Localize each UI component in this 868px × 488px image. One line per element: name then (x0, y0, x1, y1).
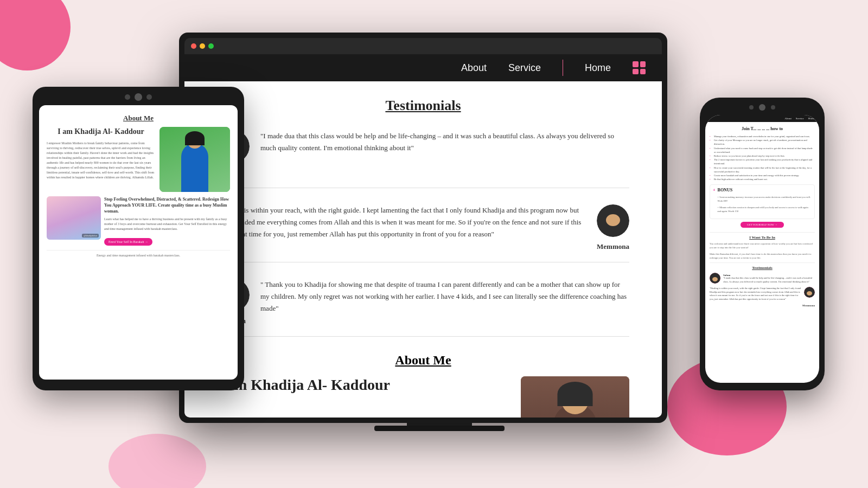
grid-cell-4 (640, 69, 646, 75)
phone-divider-2 (710, 262, 815, 263)
phone-join-title: Join T... ... ... ... how to (710, 126, 815, 131)
salma-quote: "I made dua that this class would be hel… (260, 130, 629, 154)
phone-divider-1 (710, 232, 815, 233)
tablet-enroll-button[interactable]: Enrol Your Self In Barakah → (104, 238, 152, 246)
tablet-camera (135, 93, 142, 101)
tablet-banner: @khadijabdour Stop Feeling Overwhelmed, … (47, 196, 230, 246)
phone-content: About Service Home Join T... ... ... ...… (705, 115, 819, 383)
testimonial-item-salma: Salma "I made dua that this class would … (217, 130, 629, 188)
phone-benefits-list: Manage your tiredness, exhaustion and ov… (710, 134, 815, 181)
nav-service[interactable]: Service (508, 62, 541, 74)
tablet-banner-text-block: Stop Feeling Overwhelmed, Distracted, & … (104, 196, 230, 246)
tablet-banner-text: Learn what has helped me to have a thriv… (104, 217, 230, 232)
tablet-two-col: I am Khadija Al- Kaddour I empower Musli… (47, 127, 230, 192)
tablet-device: About Me I am Khadija Al- Kaddour I empo… (33, 87, 244, 390)
about-me-image (521, 376, 629, 418)
memmona-name: Memmona (597, 242, 629, 251)
phone-list-item-5: The 2 most important factors to: priorit… (710, 158, 815, 165)
tablet-dot-2 (146, 94, 152, 100)
phone-camera (759, 104, 765, 111)
phone-dot-1 (749, 105, 754, 110)
desktop-minimize-dot (200, 43, 205, 49)
phone-bonus-title: BONUS (718, 188, 812, 192)
phone-dot-2 (771, 105, 775, 110)
nav-divider (563, 60, 563, 76)
tablet-dot-1 (125, 94, 130, 100)
phone-bonus-item-1: + Session making memory: increase your a… (718, 196, 812, 203)
phone-avatar-salma (710, 273, 720, 284)
phone-list-item-1: Manage your tiredness, exhaustion and ov… (710, 134, 815, 138)
tablet-about-title: About Me (47, 114, 230, 123)
memmona-quote-text: "Healing is within your reach, with the … (217, 204, 586, 240)
phone-cta-button[interactable]: GET YOURSELF NOW → (741, 222, 784, 228)
tablet-footer: Energy and time management infused with … (47, 250, 230, 257)
grid-cell-2 (640, 61, 646, 67)
phone-nav-service[interactable]: Service (796, 117, 804, 120)
testimonial-item-memmona: Memmona "Healing is within your reach, w… (217, 204, 629, 262)
phone-memmona-text: "Healing is within your reach, with the … (710, 287, 801, 301)
phone-ramadan-text: Make this Ramadan different, if you don'… (710, 253, 815, 260)
about-me-section: About Me I am Khadija Al- Kaddour (217, 353, 629, 418)
about-me-text: I am Khadija Al- Kaddour (217, 376, 510, 394)
desktop-screen: About Service Home Testimonials (184, 54, 662, 418)
desktop-top-bar (184, 38, 662, 54)
tablet-person-image (159, 127, 230, 192)
tablet-heading: I am Khadija Al- Kaddour (47, 127, 155, 137)
memmona-quote: "Healing is within your reach, with the … (217, 204, 586, 240)
phone-list-item-7: Create more barakah and satisfaction in … (710, 174, 815, 177)
phone-device: About Service Home Join T... ... ... ...… (700, 98, 825, 390)
phone-nav-home[interactable]: Home (808, 117, 815, 120)
nav-about[interactable]: About (461, 62, 487, 74)
memmona-avatar-block: Memmona (597, 204, 629, 251)
desktop-stand-base (374, 426, 505, 431)
salma-quote-text: "I made dua that this class would be hel… (260, 130, 629, 154)
phone-salma-text: "I made dua that this class would be hel… (723, 277, 815, 284)
phone-want-title: I Want To Be In (710, 235, 815, 240)
nav-home[interactable]: Home (585, 62, 611, 74)
desktop-maximize-dot (208, 43, 214, 49)
tablet-content: About Me I am Khadija Al- Kaddour I empo… (39, 105, 238, 380)
desktop-device: About Service Home Testimonials (179, 33, 667, 423)
nav-grid-icon[interactable] (633, 61, 646, 74)
testimonials-title: Testimonials (217, 98, 629, 114)
phone-testimonial-salma: Salma "I made dua that this class would … (710, 273, 815, 284)
phone-testimonial-memmona: "Healing is within your reach, with the … (710, 287, 815, 301)
farzana-quote-text: " Thank you to Khadija for showing me th… (260, 279, 629, 314)
farzana-quote: " Thank you to Khadija for showing me th… (260, 279, 629, 314)
tablet-camera-row (39, 93, 238, 101)
about-me-heading: I am Khadija Al- Kaddour (217, 376, 510, 394)
memmona-avatar (597, 204, 629, 237)
phone-testimonial-salma-block: Salma "I made dua that this class would … (723, 273, 815, 284)
phone-screen: About Service Home Join T... ... ... ...… (705, 115, 819, 383)
phone-want-text: You welcome and understand now that it w… (710, 242, 815, 250)
grid-cell-3 (633, 69, 639, 75)
about-me-image-row: I am Khadija Al- Kaddour (217, 376, 629, 418)
phone-plus-icon: + (713, 188, 716, 192)
phone-memmona-name: Memmona (710, 304, 815, 307)
about-me-title: About Me (217, 353, 629, 368)
tablet-banner-title: Stop Feeling Overwhelmed, Distracted, & … (104, 196, 230, 215)
bg-blob-top-left (0, 0, 71, 70)
desktop-body: Testimonials Salma "I made dua that this… (184, 81, 662, 418)
testimonial-item-farzana: Farzana " Thank you to Khadija for showi… (217, 279, 629, 337)
phone-list-item-6: How to create your successful morning ro… (710, 166, 815, 174)
desktop-close-dot (191, 43, 196, 49)
phone-avatar-memmona (804, 287, 815, 298)
phone-nav: About Service Home (705, 115, 819, 122)
tablet-body-text: I empower Muslim Mothers to break family… (47, 141, 155, 180)
phone-nav-about[interactable]: About (784, 117, 792, 120)
phone-top-bar (705, 103, 819, 112)
phone-bonus-item-2: + Minute reflection session to sharpen a… (718, 206, 812, 214)
tablet-banner-image: @khadijabdour (47, 196, 101, 240)
phone-list-item-3: Understand what you need to come back an… (710, 146, 815, 154)
desktop-nav: About Service Home (184, 54, 662, 81)
phone-bonus-section: + BONUS + Session making memory: increas… (710, 184, 815, 219)
phone-bonus-content: BONUS + Session making memory: increase … (718, 188, 812, 216)
phone-list-item-4: Reduce stress: so you know your plan ahe… (710, 154, 815, 158)
phone-list-item-8: Be that high achiever without overdoing … (710, 177, 815, 181)
phone-testimonials-title: Testimonials (710, 266, 815, 270)
bg-blob-bottom-left (108, 434, 206, 488)
tablet-screen: About Me I am Khadija Al- Kaddour I empo… (39, 105, 238, 380)
phone-testimonial-memmona-block: "Healing is within your reach, with the … (710, 287, 801, 301)
phone-list-item-2: Get clarity of your Messages so you are … (710, 138, 815, 146)
